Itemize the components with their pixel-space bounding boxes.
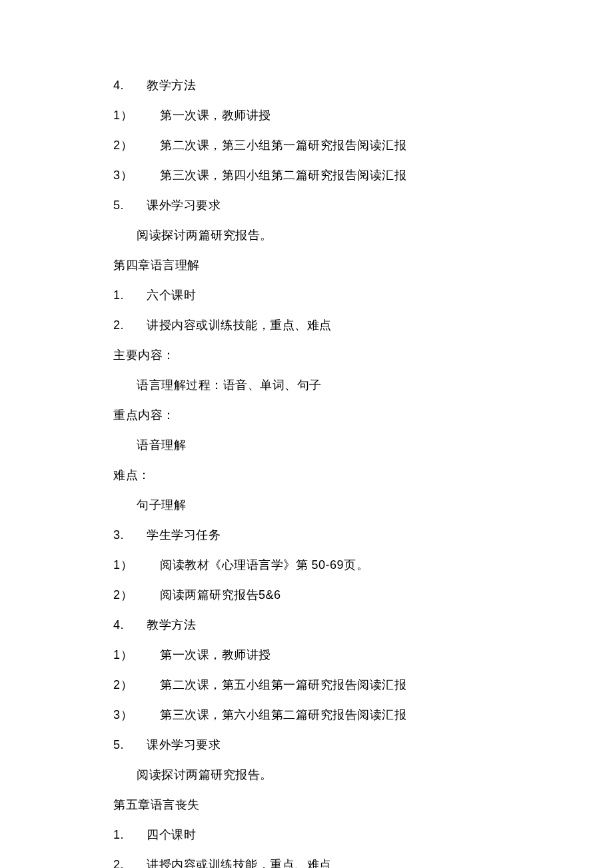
text-content: 第二次课，第五小组第一篇研究报告阅读汇报 [160,678,406,691]
list-marker: 2） [113,137,160,155]
text-content: 阅读两篇研究报告5&6 [160,588,281,602]
text-content: 主要内容： [113,348,175,362]
text-content: 第二次课，第三小组第一篇研究报告阅读汇报 [160,139,406,152]
text-line: 语音理解 [113,436,613,454]
text-line: 第五章语言丧失 [113,796,613,814]
list-marker: 3） [113,706,160,724]
text-content: 阅读探讨两篇研究报告。 [137,768,273,781]
text-content: 课外学习要求 [147,199,221,212]
text-content: 句子理解 [137,498,186,512]
text-line: 2. 讲授内容或训练技能，重点、难点 [113,856,613,868]
text-content: 阅读教材《心理语言学》第 50-69页。 [160,558,368,572]
text-line: 阅读探讨两篇研究报告。 [113,226,613,244]
text-line: 1）第一次课，教师讲授 [113,107,613,125]
list-marker: 2） [113,586,160,604]
list-marker: 2. [113,316,147,334]
list-marker: 5. [113,736,147,754]
text-content: 教学方法 [147,79,196,92]
text-line: 2）第二次课，第五小组第一篇研究报告阅读汇报 [113,676,613,694]
text-content: 第三次课，第四小组第二篇研究报告阅读汇报 [160,169,406,182]
text-content: 难点： [113,468,151,482]
text-content: 第四章语言理解 [113,258,200,272]
text-line: 句子理解 [113,496,613,514]
text-line: 1. 六个课时 [113,286,613,304]
text-line: 1）第一次课，教师讲授 [113,646,613,664]
text-content: 语音理解 [137,438,186,452]
text-line: 5. 课外学习要求 [113,197,613,215]
text-content: 第五章语言丧失 [113,798,200,811]
text-line: 主要内容： [113,346,613,364]
text-line: 4. 教学方法 [113,616,613,634]
text-line: 2）第二次课，第三小组第一篇研究报告阅读汇报 [113,137,613,155]
text-line: 3）第三次课，第六小组第二篇研究报告阅读汇报 [113,706,613,724]
list-marker: 1. [113,826,147,844]
list-marker: 3） [113,167,160,185]
list-marker: 2） [113,676,160,694]
list-marker: 2. [113,856,147,868]
text-line: 3）第三次课，第四小组第二篇研究报告阅读汇报 [113,167,613,185]
text-line: 语言理解过程：语音、单词、句子 [113,376,613,394]
text-line: 4. 教学方法 [113,77,613,95]
text-line: 2. 讲授内容或训练技能，重点、难点 [113,316,613,334]
list-marker: 3. [113,526,147,544]
text-content: 六个课时 [147,288,196,302]
text-line: 阅读探讨两篇研究报告。 [113,766,613,784]
text-line: 1）阅读教材《心理语言学》第 50-69页。 [113,556,613,574]
text-content: 第一次课，教师讲授 [160,109,271,122]
text-content: 语言理解过程：语音、单词、句子 [137,378,322,392]
text-line: 第四章语言理解 [113,256,613,274]
text-line: 2）阅读两篇研究报告5&6 [113,586,613,604]
text-line: 重点内容： [113,406,613,424]
text-content: 讲授内容或训练技能，重点、难点 [147,858,332,868]
list-marker: 5. [113,197,147,215]
list-marker: 4. [113,616,147,634]
text-line: 1. 四个课时 [113,826,613,844]
text-content: 学生学习任务 [147,528,221,542]
text-content: 第三次课，第六小组第二篇研究报告阅读汇报 [160,708,406,721]
text-content: 阅读探讨两篇研究报告。 [137,228,273,242]
text-line: 难点： [113,466,613,484]
document-body: 4. 教学方法1）第一次课，教师讲授2）第二次课，第三小组第一篇研究报告阅读汇报… [113,77,613,868]
list-marker: 1） [113,646,160,664]
text-content: 课外学习要求 [147,738,221,751]
text-content: 第一次课，教师讲授 [160,648,271,661]
list-marker: 4. [113,77,147,95]
text-content: 教学方法 [147,618,196,632]
text-content: 讲授内容或训练技能，重点、难点 [147,318,332,332]
list-marker: 1） [113,556,160,574]
list-marker: 1. [113,286,147,304]
list-marker: 1） [113,107,160,125]
text-line: 3. 学生学习任务 [113,526,613,544]
text-line: 5. 课外学习要求 [113,736,613,754]
text-content: 四个课时 [147,828,196,841]
text-content: 重点内容： [113,408,175,422]
